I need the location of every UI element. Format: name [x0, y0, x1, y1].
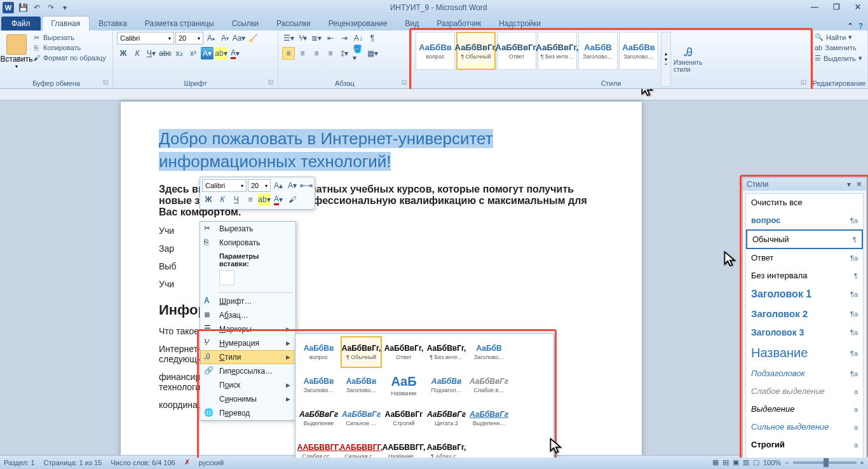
pane-close-button[interactable]: ✕ [856, 180, 862, 189]
pane-style-item[interactable]: Сильное выделениеa [746, 418, 863, 436]
tab-home[interactable]: Главная [42, 16, 90, 31]
font-launcher[interactable]: ◱ [268, 79, 276, 86]
style-gallery-item[interactable]: АаБбВввопрос [416, 32, 455, 70]
status-language[interactable]: русский [199, 459, 224, 466]
submenu-style-item[interactable]: АаБбВвГг,¶ Абзац с… [426, 435, 467, 458]
font-name-combo[interactable]: Calibri▾ [117, 32, 174, 44]
bold-button[interactable]: Ж [117, 47, 130, 60]
ctx-cut[interactable]: ✂Вырезать [200, 222, 295, 236]
mini-format-painter[interactable]: 🖌 [286, 193, 299, 206]
submenu-style-item[interactable]: АаБбВвГгВыделенн… [468, 402, 510, 434]
tab-insert[interactable]: Вставка [90, 17, 136, 31]
ctx-font[interactable]: AШрифт… [200, 294, 295, 308]
font-color-button[interactable]: A▾ [229, 47, 241, 60]
grow-font-button[interactable]: A▴ [205, 32, 217, 44]
styles-gallery[interactable]: АаБбВввопросАаБбВвГг,¶ ОбычныйАаБбВвГг,О… [416, 32, 658, 70]
pane-style-item[interactable]: Выделениеa [746, 400, 863, 418]
ctx-bullets[interactable]: ☰Маркеры▶ [200, 322, 295, 336]
shading-button[interactable]: 🪣▾ [352, 47, 365, 60]
increase-indent-button[interactable]: ⇥ [338, 32, 351, 44]
submenu-style-item[interactable]: АаБбВвПодзагол… [426, 369, 467, 401]
close-button[interactable]: ✕ [850, 3, 865, 13]
ctx-styles[interactable]: ᎯСтили▶ [200, 350, 295, 364]
styles-launcher[interactable]: ◱ [801, 79, 808, 86]
status-page[interactable]: Страница: 1 из 15 [44, 459, 102, 466]
minimize-ribbon-icon[interactable]: ⌃ [847, 22, 853, 31]
mini-bold[interactable]: Ж [202, 193, 215, 206]
style-gallery-item[interactable]: АаБбВвЗаголово… [619, 32, 658, 70]
mini-font-color[interactable]: A▾ [272, 193, 285, 206]
submenu-style-item[interactable]: АаБНазвание [383, 369, 424, 401]
ctx-paragraph[interactable]: ≣Абзац… [200, 308, 295, 322]
submenu-style-item[interactable]: АаБбВвГгСлабое в… [468, 369, 510, 401]
mini-underline[interactable]: Ч [230, 193, 243, 206]
pane-style-item[interactable]: Строгийa [746, 436, 863, 454]
borders-button[interactable]: ▦▾ [366, 47, 379, 60]
mini-italic[interactable]: К [216, 193, 229, 206]
font-size-combo[interactable]: 20▾ [175, 32, 203, 44]
submenu-style-item[interactable]: ААББВВГГ,Сильная с… [341, 435, 382, 458]
pane-style-item[interactable]: Подзаголовок¶a [746, 365, 863, 383]
style-gallery-item[interactable]: АаБбВвГг,¶ Обычный [456, 32, 496, 70]
style-gallery-item[interactable]: АаБбВвГг,¶ Без инте… [538, 32, 577, 70]
change-case-button[interactable]: Aa▾ [233, 32, 245, 44]
zoom-slider[interactable] [793, 461, 857, 464]
status-spellcheck-icon[interactable]: ✗ [184, 458, 190, 466]
mini-size-combo[interactable]: 20▾ [248, 179, 271, 192]
submenu-style-item[interactable]: АаБбВвЗаголово… [341, 369, 382, 401]
pane-style-item[interactable]: Название¶a [746, 342, 863, 365]
tab-review[interactable]: Рецензирование [320, 17, 397, 31]
pane-style-item[interactable]: Заголовок 1¶a [746, 285, 863, 304]
status-section[interactable]: Раздел: 1 [4, 459, 35, 466]
format-painter-button[interactable]: 🖌Формат по образцу [32, 53, 106, 62]
strikethrough-button[interactable]: abc [159, 47, 172, 60]
decrease-indent-button[interactable]: ⇤ [324, 32, 337, 44]
minimize-button[interactable]: — [807, 3, 822, 13]
submenu-style-item[interactable]: АаБбВвГг,¶ Без инте… [426, 336, 467, 368]
mini-indent[interactable]: ⇤⇥ [300, 179, 313, 192]
mini-shrink-font[interactable]: A▾ [286, 179, 299, 192]
superscript-button[interactable]: x² [187, 47, 200, 60]
ctx-hyperlink[interactable]: 🔗Гиперссылка… [200, 364, 295, 378]
horizontal-ruler[interactable] [0, 89, 868, 100]
doc-heading1-line1[interactable]: Добро пожаловать в Интернет-университет [159, 129, 493, 148]
zoom-level[interactable]: 100% [763, 459, 781, 466]
save-icon[interactable]: 💾 [18, 3, 28, 13]
styles-more-button[interactable]: ▴▾⁼ [661, 32, 671, 87]
tab-developer[interactable]: Разработчик [428, 17, 490, 31]
select-button[interactable]: ☰Выделить▾ [815, 53, 864, 64]
align-center-button[interactable]: ≡ [296, 47, 309, 60]
clear-all-item[interactable]: Очистить все [746, 194, 863, 212]
bullets-button[interactable]: ☰▾ [282, 32, 295, 44]
align-left-button[interactable]: ≡ [282, 47, 295, 60]
tab-page-layout[interactable]: Разметка страницы [136, 17, 223, 31]
view-mode-icon[interactable]: ▦ [712, 458, 719, 466]
tab-addins[interactable]: Надстройки [490, 17, 550, 31]
justify-button[interactable]: ≡ [324, 47, 337, 60]
ctx-search[interactable]: Поиск▶ [200, 378, 295, 392]
zoom-out-button[interactable]: − [785, 459, 789, 466]
mini-font-combo[interactable]: Calibri▾ [202, 179, 247, 192]
pane-style-item[interactable]: Слабое выделениеa [746, 383, 863, 400]
view-mode-icon[interactable]: ▥ [743, 458, 749, 466]
italic-button[interactable]: К [131, 47, 144, 60]
paste-button[interactable]: Вставить ▾ [4, 32, 29, 87]
submenu-style-item[interactable]: ААББВВГГ,Название… [383, 435, 424, 458]
clipboard-launcher[interactable]: ◱ [103, 79, 111, 86]
pane-style-item[interactable]: Заголовок 3¶a [746, 323, 863, 342]
tab-mailings[interactable]: Рассылки [268, 17, 320, 31]
submenu-style-item[interactable]: АаБбВвГгСтрогий [383, 402, 424, 434]
ctx-translate[interactable]: 🌐Перевод [200, 406, 295, 420]
maximize-button[interactable]: ❐ [829, 3, 844, 13]
ctx-numbering[interactable]: ⅟Нумерация▶ [200, 336, 295, 350]
multilevel-button[interactable]: ≣▾ [310, 32, 323, 44]
paragraph-launcher[interactable]: ◱ [402, 79, 409, 86]
ctx-synonyms[interactable]: Синонимы▶ [200, 392, 295, 406]
pane-style-item[interactable]: Ответ¶a [746, 249, 863, 267]
mini-grow-font[interactable]: A▴ [272, 179, 285, 192]
submenu-style-item[interactable]: АаБбВвГгСильное … [341, 402, 382, 434]
submenu-style-item[interactable]: АаБбВЗаголово… [468, 336, 510, 368]
line-spacing-button[interactable]: ‡▾ [338, 47, 351, 60]
sort-button[interactable]: A↓ [352, 32, 365, 44]
shrink-font-button[interactable]: A▾ [219, 32, 231, 44]
